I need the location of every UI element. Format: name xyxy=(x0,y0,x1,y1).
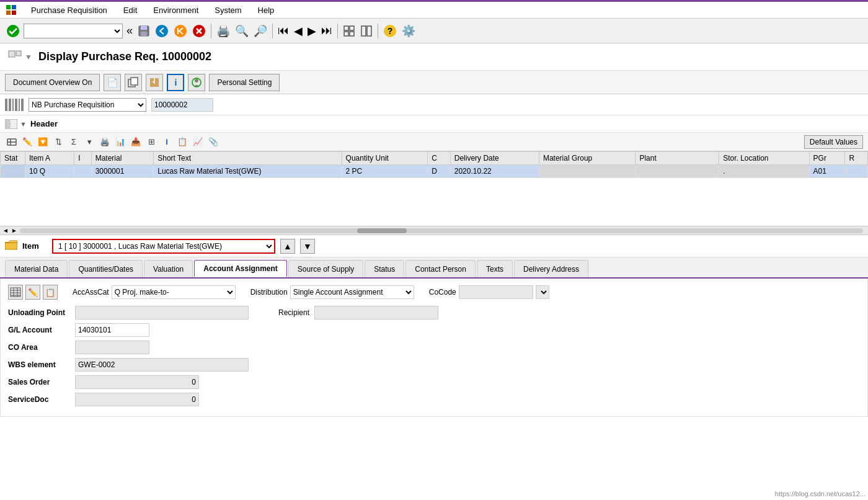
col-i[interactable]: I xyxy=(74,152,92,165)
personal-setting-btn[interactable]: Personal Setting xyxy=(209,74,280,91)
save-btn[interactable] xyxy=(136,24,151,38)
item-up-btn[interactable]: ▲ xyxy=(280,239,295,254)
cell-delivery-date: 2020.10.22 xyxy=(450,165,539,178)
first-page-btn[interactable]: ⏮ xyxy=(277,23,290,38)
col-pgr[interactable]: PGr xyxy=(809,152,845,165)
tab-status[interactable]: Status xyxy=(365,260,404,277)
col-item-a[interactable]: Item A xyxy=(25,152,74,165)
sales-order-input[interactable] xyxy=(75,375,199,389)
col-stor-location[interactable]: Stor. Location xyxy=(719,152,809,165)
menu-system[interactable]: System xyxy=(212,4,244,16)
tab-contact-person[interactable]: Contact Person xyxy=(405,260,476,277)
tab-delivery-address[interactable]: Delivery Address xyxy=(514,260,588,277)
service-doc-input[interactable] xyxy=(75,393,199,406)
scroll-left[interactable]: ◄ xyxy=(2,227,9,234)
menu-help[interactable]: Help xyxy=(255,4,277,16)
cell-material-group xyxy=(539,165,636,178)
scrollbar-thumb[interactable] xyxy=(357,228,407,233)
title-icon: ▼ xyxy=(7,50,32,65)
command-select[interactable] xyxy=(24,24,123,38)
grid-print-btn[interactable]: 🖨️ xyxy=(98,135,112,149)
next-page-btn[interactable]: ▶ xyxy=(306,23,317,39)
nb-number-input[interactable] xyxy=(151,98,213,112)
recipient-input[interactable] xyxy=(314,306,438,319)
col-material[interactable]: Material xyxy=(91,152,154,165)
workflow-btn[interactable] xyxy=(188,74,205,91)
form-table-btn[interactable] xyxy=(8,285,23,300)
col-r[interactable]: R xyxy=(845,152,868,165)
form-edit-btn[interactable]: ✏️ xyxy=(25,285,40,300)
grid-options-btn[interactable]: ▾ xyxy=(82,135,96,149)
unloading-point-input[interactable] xyxy=(75,306,249,319)
action-bar: Document Overview On 📄 i Personal Settin… xyxy=(0,71,868,94)
document-overview-btn[interactable]: Document Overview On xyxy=(5,74,100,91)
scroll-right[interactable]: ► xyxy=(11,227,17,234)
find-btn[interactable]: 🔍 xyxy=(234,23,250,39)
grid-edit-btn[interactable]: ✏️ xyxy=(20,135,34,149)
new-doc-btn[interactable]: 📄 xyxy=(104,74,121,91)
menu-environment[interactable]: Environment xyxy=(151,4,201,16)
col-material-group[interactable]: Material Group xyxy=(539,152,636,165)
duplicate-btn[interactable] xyxy=(125,74,142,91)
col-c[interactable]: C xyxy=(428,152,450,165)
cell-item-a: 10 Q xyxy=(25,165,74,178)
back2-btn[interactable] xyxy=(359,24,374,38)
tab-valuation[interactable]: Valuation xyxy=(144,260,193,277)
menu-purchase-requisition[interactable]: Purchase Requisition xyxy=(29,4,110,16)
print-btn[interactable]: 🖨️ xyxy=(215,23,231,39)
col-quantity-unit[interactable]: Quantity Unit xyxy=(342,152,428,165)
col-delivery-date[interactable]: Delivery Date xyxy=(450,152,539,165)
tab-source-of-supply[interactable]: Source of Supply xyxy=(288,260,363,277)
svg-rect-3 xyxy=(12,11,16,15)
service-doc-label: ServiceDoc xyxy=(8,395,70,404)
cancel-btn[interactable] xyxy=(191,23,207,39)
acc-ass-cat-select[interactable]: Q Proj. make-to- xyxy=(112,285,236,299)
menu-edit[interactable]: Edit xyxy=(121,4,140,16)
col-short-text[interactable]: Short Text xyxy=(154,152,342,165)
co-area-input[interactable] xyxy=(75,341,149,354)
back-btn[interactable]: « xyxy=(125,23,134,38)
grid-sum-btn[interactable]: Σ xyxy=(67,135,81,149)
prev-page-btn[interactable]: ◀ xyxy=(293,23,304,39)
grid-filter-btn[interactable]: 🔽 xyxy=(36,135,50,149)
form-copy-btn[interactable]: 📋 xyxy=(43,285,58,300)
checkmark-btn[interactable] xyxy=(5,23,21,39)
wbs-element-input[interactable] xyxy=(75,358,249,372)
info-btn[interactable]: i xyxy=(167,74,184,91)
tab-account-assignment[interactable]: Account Assignment xyxy=(194,260,287,277)
col-plant[interactable]: Plant xyxy=(636,152,719,165)
tab-texts[interactable]: Texts xyxy=(477,260,513,277)
layout-btn[interactable] xyxy=(342,24,356,38)
grid-sort-btn[interactable]: ⇅ xyxy=(51,135,65,149)
unloading-recipient-row: Unloading Point Recipient xyxy=(8,306,860,319)
grid-settings-btn[interactable] xyxy=(5,135,19,149)
item-select[interactable]: 1 [ 10 ] 3000001 , Lucas Raw Material Te… xyxy=(52,239,275,254)
distribution-select[interactable]: Single Account Assignment xyxy=(290,285,414,299)
grid-layout-btn[interactable]: ⊞ xyxy=(144,135,158,149)
gl-account-input[interactable] xyxy=(75,323,149,337)
tab-material-data[interactable]: Material Data xyxy=(5,260,68,277)
grid-attach-btn[interactable]: 📎 xyxy=(206,135,220,149)
tab-quantities-dates[interactable]: Quantities/Dates xyxy=(69,260,143,277)
find-next-btn[interactable]: 🔎 xyxy=(252,23,268,39)
grid-export-btn[interactable]: 📊 xyxy=(113,135,127,149)
grid-info-btn2[interactable]: i xyxy=(160,135,174,149)
grid-docs-btn[interactable]: 📋 xyxy=(175,135,189,149)
prev-btn[interactable] xyxy=(154,23,170,39)
wbs-element-row: WBS element xyxy=(8,358,860,372)
grid-charts-btn[interactable]: 📈 xyxy=(191,135,205,149)
settings-btn[interactable]: ⚙️ xyxy=(401,23,417,39)
item-down-btn[interactable]: ▼ xyxy=(300,239,315,254)
table-row[interactable]: 10 Q 3000001 Lucas Raw Material Test(GWE… xyxy=(1,165,868,178)
default-values-btn[interactable]: Default Values xyxy=(804,135,863,149)
cocode-select[interactable] xyxy=(536,285,549,299)
help-btn[interactable]: ? xyxy=(382,23,398,39)
fast-prev-btn[interactable] xyxy=(172,23,188,39)
nb-type-select[interactable]: NB Purchase Requisition xyxy=(29,98,146,112)
last-page-btn[interactable]: ⏭ xyxy=(320,23,334,38)
svg-text:?: ? xyxy=(388,26,393,36)
col-stat[interactable]: Stat xyxy=(1,152,25,165)
grid-import-btn[interactable]: 📥 xyxy=(129,135,143,149)
attach-btn[interactable] xyxy=(146,74,163,91)
cocode-input[interactable] xyxy=(459,285,533,299)
